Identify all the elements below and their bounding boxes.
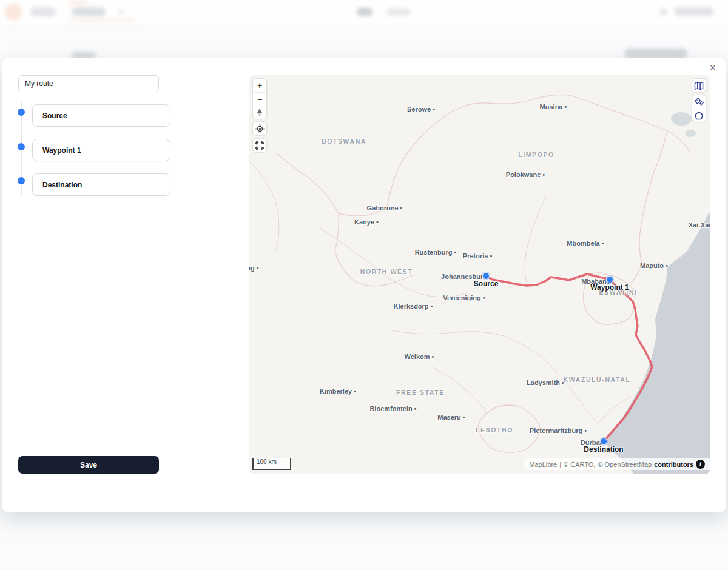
map-scale-bar: 100 km xyxy=(252,458,291,470)
map-attribution: MapLibre | © CARTO, © OpenStreetMap cont… xyxy=(523,458,710,470)
compass-icon[interactable] xyxy=(253,106,266,119)
fullscreen-icon[interactable] xyxy=(253,139,266,152)
maplibre-link[interactable]: MapLibre xyxy=(529,461,557,468)
map-base-layer xyxy=(249,75,710,474)
stop-label-waypoint: Waypoint 1 xyxy=(42,146,81,155)
marker-label: Source xyxy=(474,280,499,288)
stop-card-source[interactable]: Source xyxy=(32,104,170,127)
carto-link[interactable]: © CARTO, xyxy=(564,461,595,468)
map-marker-source[interactable] xyxy=(482,272,490,280)
lake-shape xyxy=(671,112,692,126)
stop-dot-source xyxy=(18,109,25,116)
attribution-separator: | xyxy=(559,461,561,468)
stop-label-source: Source xyxy=(42,112,67,120)
stop-dot-waypoint xyxy=(18,143,25,150)
map-style-icon[interactable] xyxy=(692,79,706,92)
route-name-input[interactable] xyxy=(18,75,159,92)
route-editor-modal: × Source Waypoint 1 Destination Save xyxy=(2,58,726,512)
draw-control-group xyxy=(692,95,706,122)
stop-card-waypoint[interactable]: Waypoint 1 xyxy=(32,139,170,161)
close-icon[interactable]: × xyxy=(706,61,720,75)
map-marker-destination[interactable] xyxy=(600,438,607,445)
tags-icon[interactable] xyxy=(692,95,706,109)
map-marker-waypoint-1[interactable] xyxy=(606,276,613,283)
ocean-shape xyxy=(604,213,710,474)
zoom-in-button[interactable]: + xyxy=(253,79,266,92)
zoom-control-group: + − xyxy=(253,79,266,119)
marker-label: Waypoint 1 xyxy=(590,283,629,292)
info-icon[interactable]: i xyxy=(696,460,705,469)
geolocate-control xyxy=(253,122,266,135)
map-canvas[interactable]: Serowe •Musina •Polokwane •Gaborone •Kan… xyxy=(249,75,710,474)
osm-link[interactable]: © OpenStreetMap xyxy=(598,461,652,468)
marker-label: Destination xyxy=(584,445,623,454)
polygon-icon[interactable] xyxy=(692,109,706,122)
contributors-label: contributors xyxy=(654,461,693,468)
zoom-out-button[interactable]: − xyxy=(253,92,266,106)
lake-shape-2 xyxy=(685,130,696,137)
save-button[interactable]: Save xyxy=(18,456,159,474)
basemap-control xyxy=(692,79,706,92)
stop-label-destination: Destination xyxy=(42,181,82,189)
stop-card-destination[interactable]: Destination xyxy=(32,173,170,196)
fullscreen-control xyxy=(253,139,266,152)
geolocate-icon[interactable] xyxy=(253,122,266,135)
stop-dot-destination xyxy=(18,177,25,184)
